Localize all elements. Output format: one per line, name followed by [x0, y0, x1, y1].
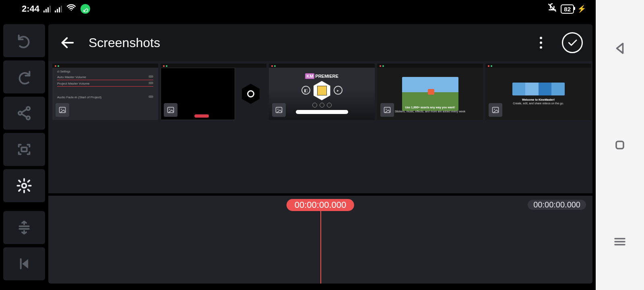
media-item[interactable]: Use 1,000+ assets any way you want!Stick…	[377, 64, 483, 120]
undo-button[interactable]	[3, 24, 45, 57]
wifi-icon	[66, 2, 76, 15]
signal-sim1-icon	[43, 5, 51, 12]
svg-point-18	[494, 109, 495, 110]
image-type-icon	[380, 103, 394, 117]
svg-point-16	[386, 109, 387, 110]
nav-recent-button[interactable]	[613, 234, 627, 249]
playhead-time: 00:00:00.000	[287, 199, 354, 211]
image-type-icon	[272, 103, 286, 117]
charging-icon: ⚡	[577, 4, 586, 13]
clock: 2:44	[22, 4, 39, 14]
svg-point-0	[71, 10, 72, 11]
whatsapp-notification-icon	[80, 4, 90, 14]
mute-icon	[547, 2, 557, 15]
back-button[interactable]	[58, 33, 77, 52]
more-button[interactable]	[531, 33, 551, 52]
svg-rect-4	[21, 147, 27, 151]
media-grid[interactable]: ct Settings Auto Master Volume Project M…	[48, 61, 592, 193]
media-item[interactable]	[161, 64, 266, 120]
total-duration: 00:00:00.000	[528, 200, 586, 210]
svg-rect-17	[493, 107, 499, 112]
picker-title: Screenshots	[89, 35, 160, 50]
svg-point-12	[169, 109, 170, 110]
svg-point-14	[277, 109, 279, 110]
svg-rect-19	[616, 141, 623, 149]
jump-to-start-button[interactable]	[3, 247, 45, 280]
image-type-icon	[164, 103, 178, 117]
image-type-icon	[56, 103, 69, 117]
nav-back-button[interactable]	[613, 41, 627, 56]
signal-sim2-icon	[55, 5, 62, 12]
system-nav-bar	[596, 0, 644, 290]
playhead[interactable]	[320, 210, 321, 284]
svg-rect-9	[60, 107, 66, 112]
svg-point-5	[22, 184, 27, 188]
svg-rect-15	[384, 107, 390, 112]
svg-point-7	[540, 41, 542, 44]
capture-button[interactable]	[3, 133, 45, 166]
svg-rect-13	[276, 107, 282, 112]
timeline-expand-button[interactable]	[3, 211, 45, 244]
left-toolbar	[3, 24, 45, 284]
settings-button[interactable]	[3, 169, 45, 202]
battery-icon: 82	[561, 4, 574, 14]
svg-point-8	[540, 46, 542, 49]
timeline[interactable]: 00:00:00.000 00:00:00.000	[48, 196, 592, 284]
status-bar: 2:44 82 ⚡	[0, 0, 596, 18]
media-item[interactable]: KMPREMIERE ◧ ▸	[269, 64, 375, 120]
svg-point-10	[61, 109, 62, 110]
share-button[interactable]	[3, 97, 45, 130]
confirm-button[interactable]	[562, 32, 583, 53]
media-item[interactable]: Welcome to KineMaster!Create, edit, and …	[485, 64, 591, 120]
svg-point-6	[540, 37, 542, 39]
media-item[interactable]: ct Settings Auto Master Volume Project M…	[52, 64, 158, 120]
app-screen: 2:44 82 ⚡ Screenshots	[0, 0, 596, 290]
redo-button[interactable]	[3, 60, 45, 93]
nav-home-button[interactable]	[613, 138, 627, 152]
svg-rect-11	[168, 107, 174, 112]
image-type-icon	[489, 103, 502, 117]
picker-header: Screenshots	[48, 24, 592, 61]
